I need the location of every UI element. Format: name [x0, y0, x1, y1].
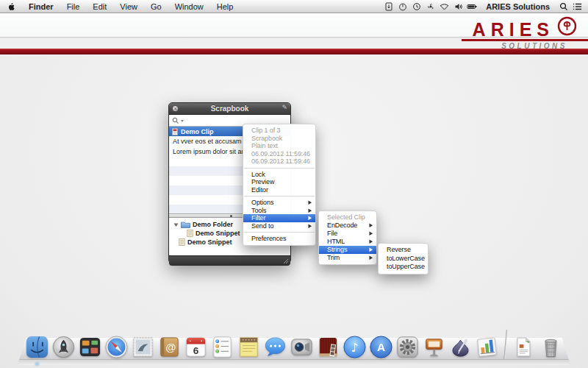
snippet-label: Demo Snippet — [187, 238, 232, 246]
menu-item-reverse[interactable]: Reverse — [379, 246, 428, 255]
contacts-icon: @ — [157, 335, 182, 359]
svg-text:@: @ — [165, 342, 176, 353]
window-close-button[interactable]: × — [172, 105, 179, 112]
menu-bar: Finder File Edit View Go Window Help — [0, 0, 588, 13]
dock-item-contacts[interactable]: @ — [157, 335, 182, 359]
menubar-item-finder[interactable]: Finder — [22, 0, 60, 13]
menu-item-clip-info: Clip 1 of 3 — [243, 127, 315, 135]
menubar-item-view[interactable]: View — [113, 0, 144, 13]
dock-item-finder[interactable] — [25, 335, 49, 359]
menu-item-tools[interactable]: Tools▶ — [243, 207, 315, 215]
keynote-icon — [422, 335, 446, 359]
menu-item-preview[interactable]: Preview — [243, 178, 315, 186]
messages-icon — [263, 335, 287, 359]
dock-item-numbers[interactable] — [475, 335, 499, 359]
splitter-handle — [230, 215, 232, 217]
dock-item-mission-control[interactable] — [78, 335, 102, 359]
svg-text:♪: ♪ — [351, 341, 359, 355]
dock: @ 6 — [0, 328, 588, 366]
dock-item-photo-booth[interactable] — [316, 335, 340, 359]
dock-item-reminders[interactable] — [210, 335, 234, 359]
search-scope-chevron-icon — [180, 118, 184, 123]
filter-submenu: Selected Clip EnDecode▶ File▶ HTML▶ Stri… — [318, 210, 377, 265]
status-text[interactable]: ARIES Solutions — [480, 2, 556, 11]
menu-item-lock[interactable]: Lock — [243, 171, 315, 179]
menubar-item-edit[interactable]: Edit — [86, 0, 113, 13]
disclosure-triangle-icon[interactable] — [173, 222, 179, 227]
magnifier-icon — [172, 117, 179, 124]
launchpad-icon — [51, 335, 76, 359]
calendar-icon: 6 — [184, 335, 208, 359]
dock-item-itunes[interactable]: ♪ — [343, 335, 367, 359]
menubar-item-help[interactable]: Help — [210, 0, 240, 13]
window-edit-icon[interactable]: ✎ — [282, 104, 287, 111]
snippet-label: Demo Snippet — [196, 230, 240, 237]
menu-item-scrapbook-info: Scrapbook — [243, 135, 315, 143]
battery-icon[interactable] — [466, 0, 478, 13]
folder-label: Demo Folder — [193, 221, 233, 228]
menu-item-filter[interactable]: Filter▶ — [243, 214, 315, 222]
menu-item-plaintext-info: Plain text — [243, 142, 315, 150]
dock-item-keynote[interactable] — [422, 335, 446, 359]
snippet-icon — [179, 238, 185, 246]
safari-icon — [104, 335, 129, 359]
dock-item-notes[interactable] — [237, 335, 261, 359]
menu-item-touppercase[interactable]: toUpperCase — [379, 263, 428, 272]
time-machine-icon[interactable] — [410, 0, 423, 13]
document-icon — [512, 335, 534, 359]
photo-booth-icon — [316, 335, 340, 359]
resize-grip[interactable] — [282, 258, 289, 264]
window-titlebar[interactable]: × Scrapbook ✎ — [169, 103, 290, 115]
menu-item-trim[interactable]: Trim▶ — [319, 254, 376, 262]
dock-item-facetime[interactable] — [290, 335, 314, 359]
menu-item-editor[interactable]: Editor — [243, 186, 315, 194]
menu-item-options[interactable]: Options▶ — [243, 199, 315, 207]
menu-item-preferences[interactable]: Preferences — [243, 235, 315, 243]
mission-control-icon — [78, 335, 102, 359]
spotlight-search-icon[interactable] — [557, 0, 570, 13]
aries-logo-subtitle: SOLUTIONS — [501, 42, 567, 50]
dock-item-pages[interactable] — [448, 335, 473, 359]
menu-item-file[interactable]: File▶ — [319, 230, 376, 238]
document-sync-icon[interactable] — [382, 0, 395, 13]
svg-text:6: 6 — [193, 345, 199, 356]
menu-separator — [244, 168, 315, 169]
wifi-icon[interactable] — [438, 0, 451, 13]
menu-item-strings[interactable]: Strings▶ — [319, 246, 376, 254]
dock-item-mail[interactable] — [131, 335, 155, 359]
dock-item-system-preferences[interactable] — [395, 335, 420, 359]
fan-icon[interactable] — [424, 0, 437, 13]
volume-icon[interactable] — [452, 0, 465, 13]
clip-row-label: Demo Clip — [181, 128, 214, 135]
dock-item-app-store[interactable]: A — [369, 335, 393, 359]
menubar-item-window[interactable]: Window — [168, 0, 210, 13]
system-preferences-icon — [395, 335, 420, 359]
dock-item-launchpad[interactable] — [51, 335, 76, 359]
finder-icon — [25, 335, 49, 359]
dock-item-messages[interactable] — [263, 335, 287, 359]
menu-item-html[interactable]: HTML▶ — [319, 238, 376, 246]
ram-emblem-icon — [557, 16, 577, 36]
dock-item-calendar[interactable]: 6 — [184, 335, 208, 359]
timer-icon[interactable] — [396, 0, 409, 13]
itunes-icon: ♪ — [343, 335, 367, 359]
menubar-item-go[interactable]: Go — [144, 0, 168, 13]
notification-center-icon[interactable] — [571, 0, 584, 13]
desktop: Finder File Edit View Go Window Help — [0, 0, 588, 368]
menu-item-send-to[interactable]: Send to▶ — [243, 222, 315, 230]
apple-menu[interactable] — [0, 0, 22, 13]
dock-item-documents[interactable] — [512, 335, 537, 359]
menu-item-tolowercase[interactable]: toLowerCase — [379, 255, 428, 263]
app-store-icon: A — [369, 335, 393, 359]
aries-logo: ARIES SOLUTIONS — [441, 16, 588, 50]
menu-item-endecode[interactable]: EnDecode▶ — [319, 222, 376, 230]
window-title: Scrapbook — [211, 105, 249, 113]
menu-item-modified-date: 06.09.2012 11:59:46 — [243, 158, 315, 166]
aries-logo-underline — [462, 39, 588, 41]
menu-item-created-date: 06.09.2012 11:59:46 — [243, 150, 315, 158]
clip-icon — [172, 128, 178, 135]
menubar-item-file[interactable]: File — [60, 0, 87, 13]
notes-icon — [237, 335, 261, 359]
dock-item-safari[interactable] — [104, 335, 129, 359]
dock-item-trash[interactable] — [539, 335, 563, 359]
